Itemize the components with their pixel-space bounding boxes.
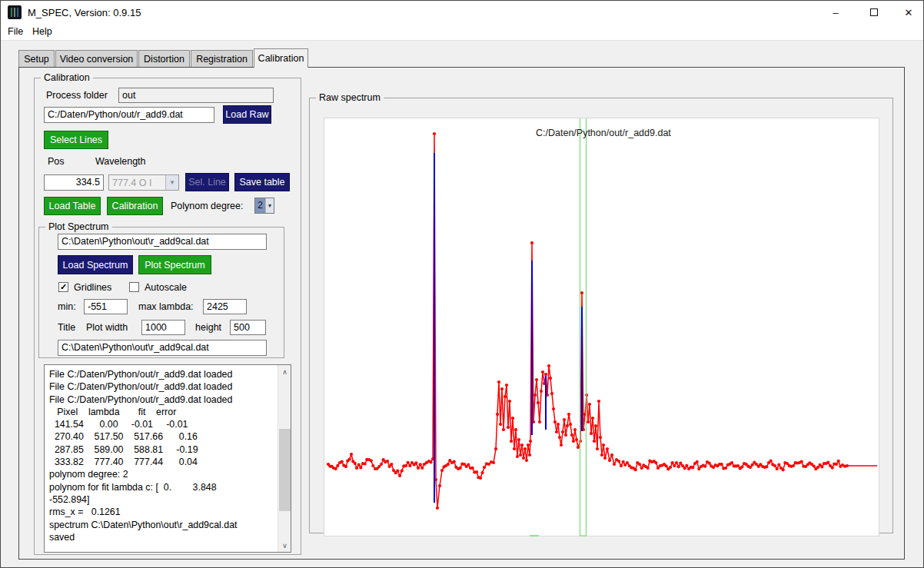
max-lambda-field[interactable]: 2425 [203,299,247,314]
gridlines-checkbox[interactable]: ✓ [58,282,68,292]
maximize-button[interactable] [863,5,886,20]
wavelength-combobox[interactable]: 777.4 O I ▼ [108,174,179,191]
tab-setup[interactable]: Setup [18,50,55,67]
process-folder-field[interactable]: out [118,88,274,103]
save-table-button[interactable]: Save table [234,173,290,191]
wavelength-label: Wavelength [95,156,146,167]
polynom-degree-value[interactable]: 2 [255,198,265,213]
load-spectrum-button[interactable]: Load Spectrum [58,255,133,274]
pos-label: Pos [48,156,65,167]
window-title: M_SPEC, Version: 0.9.15 [28,7,141,18]
tab-calibration[interactable]: Calibration [254,48,308,68]
wavelength-combobox-value: 777.4 O I [112,178,151,188]
load-raw-button[interactable]: Load Raw [223,105,271,124]
plot-spectrum-button[interactable]: Plot Spectrum [138,255,211,274]
log-area[interactable]: File C:/Daten/Python/out/r_add9.dat load… [44,364,291,553]
minimize-button[interactable]: – [824,5,847,20]
max-lambda-label: max lambda: [138,301,194,312]
title-bar: M_SPEC, Version: 0.9.15 – ✕ [0,0,924,23]
select-lines-button[interactable]: Select Lines [44,131,108,149]
load-table-button[interactable]: Load Table [44,197,101,215]
scroll-down-icon[interactable]: ∨ [278,539,291,552]
menu-help[interactable]: Help [29,26,55,37]
min-label: min: [58,301,76,312]
height-label: height [195,322,221,333]
polynom-degree-spinbox[interactable]: 2 ▼ [254,198,274,214]
tab-distortion[interactable]: Distortion [138,50,190,67]
menu-bar: File Help [0,23,924,41]
plot-width-field[interactable]: 1000 [141,320,185,335]
raw-spectrum-group-label: Raw spectrum [316,92,384,103]
min-field[interactable]: -551 [84,299,128,314]
plot-width-label: Plot width [86,322,128,333]
log-text: File C:/Daten/Python/out/r_add9.dat load… [49,368,274,543]
autoscale-checkbox[interactable] [129,282,139,292]
tab-video-conversion[interactable]: Video conversion [55,50,138,67]
polynom-degree-label: Polynom degree: [171,201,244,211]
app-icon [8,5,22,19]
gridlines-label: Gridlines [74,282,111,293]
height-field[interactable]: 500 [230,320,266,335]
scrollbar-thumb[interactable] [279,429,291,511]
close-button[interactable]: ✕ [897,5,920,20]
app-window: { "window": { "title": "M_SPEC, Version:… [0,0,924,568]
plot-title-path-field[interactable]: C:\Daten\Python\out\r_add9cal.dat [58,340,267,356]
svg-text:C:/Daten/Python/out/r_add9.dat: C:/Daten/Python/out/r_add9.dat [536,128,671,138]
calibration-button[interactable]: Calibration [107,197,163,215]
raw-spectrum-plot[interactable]: C:/Daten/Python/out/r_add9.dat [324,118,879,536]
plot-spectrum-group-label: Plot Spectrum [45,221,112,232]
raw-file-path-field[interactable]: C:/Daten/Python/out/r_add9.dat [44,107,214,123]
maximize-icon [870,8,878,16]
sel-line-button[interactable]: Sel. Line [185,173,229,191]
pos-value-field[interactable]: 334.5 [44,174,104,191]
menu-file[interactable]: File [5,26,26,37]
title-label: Title [58,322,75,333]
autoscale-label: Autoscale [145,282,187,293]
process-folder-label: Process folder [46,90,108,101]
spectrum-chart: C:/Daten/Python/out/r_add9.dat [324,118,880,537]
raw-spectrum-group: Raw spectrum C:/Daten/Python/out/r_add9.… [309,98,893,533]
tab-registration[interactable]: Registration [191,50,253,67]
chevron-down-icon[interactable]: ▼ [165,175,178,190]
log-scrollbar[interactable]: ∧ ∨ [278,365,291,552]
spinner-arrow-icon[interactable]: ▼ [265,198,274,213]
scroll-up-icon[interactable]: ∧ [278,365,291,378]
calibration-group-label: Calibration [41,72,93,83]
spectrum-file-path-field[interactable]: C:\Daten\Python\out\r_add9cal.dat [58,234,267,250]
